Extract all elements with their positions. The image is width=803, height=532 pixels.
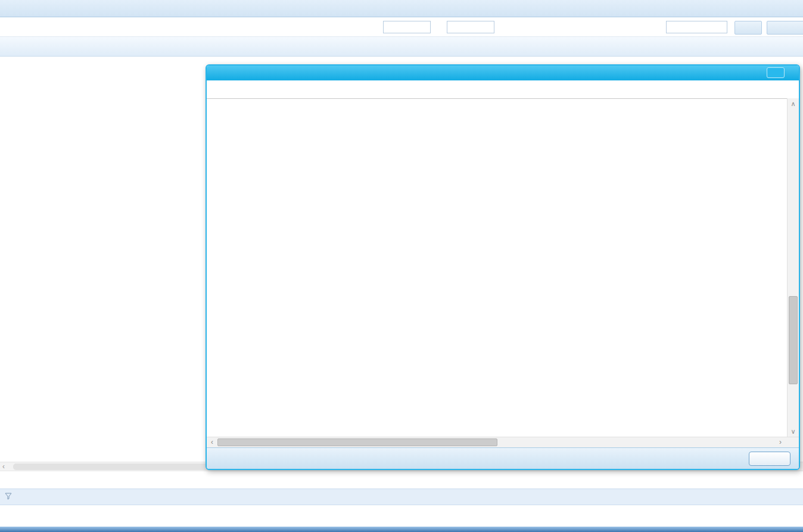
status-legend [207, 80, 799, 98]
table-header-row [0, 37, 803, 57]
scroll-left-icon[interactable]: ‹ [2, 462, 12, 471]
scroll-left-icon[interactable]: ‹ [207, 437, 217, 447]
create-filter-bar [0, 489, 803, 505]
cancel-button[interactable] [749, 452, 790, 466]
dialog-footer [207, 447, 799, 469]
dialog-title [207, 66, 799, 80]
dialog-vertical-scrollbar[interactable]: ∧ ∨ [787, 98, 799, 437]
bottom-strip [0, 527, 803, 532]
dialog-horizontal-scrollbar[interactable]: ‹ › [207, 437, 799, 447]
to-date-input[interactable] [447, 21, 494, 33]
scroll-right-icon[interactable]: › [775, 437, 786, 447]
search-button[interactable] [734, 21, 762, 35]
scrollbar-thumb[interactable] [217, 438, 497, 446]
process-grid [207, 98, 799, 437]
from-date-input[interactable] [383, 21, 431, 33]
close-icon[interactable] [767, 67, 785, 78]
mold-no-input[interactable] [666, 21, 727, 33]
filter-bar [0, 18, 803, 37]
filter-funnel-icon [5, 493, 12, 502]
tab-bar [0, 0, 803, 17]
production-progress-dialog: ∧ ∨ ‹ › [206, 64, 800, 470]
scroll-down-icon[interactable]: ∨ [788, 426, 799, 437]
scrollbar-thumb[interactable] [789, 296, 798, 384]
scroll-up-icon[interactable]: ∧ [788, 98, 799, 109]
export-excel-button[interactable] [767, 21, 803, 35]
